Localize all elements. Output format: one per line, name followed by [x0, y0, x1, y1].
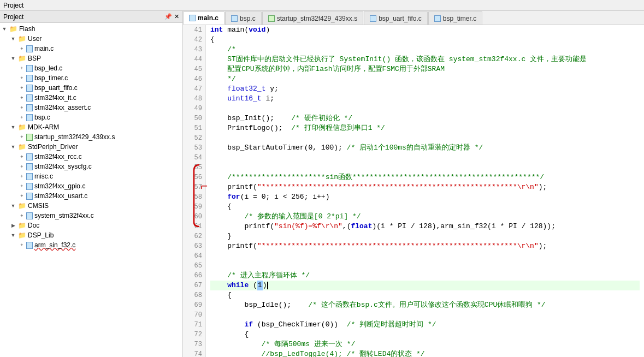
code-line-59: { — [210, 202, 640, 212]
expander-bsp-uart-fifo-c: + — [17, 85, 26, 91]
main-layout: Project 📌 ✕ ▼ 📁 Flash ▼ 📁 User — [0, 11, 644, 357]
ln-61: 61 — [183, 222, 205, 231]
tab-label-bsp-c: bsp.c — [240, 15, 256, 22]
pin-icon[interactable]: 📌 — [164, 13, 172, 20]
tree-item-gpio-c[interactable]: + stm32f4xx_gpio.c — [0, 181, 182, 191]
tree-item-stm32f4xx-it-c[interactable]: + stm32f4xx_it.c — [0, 93, 182, 103]
expander-stdperiph: ▼ — [9, 144, 17, 150]
expander-cmsis: ▼ — [9, 203, 17, 209]
tree-item-main-c[interactable]: + main.c — [0, 44, 182, 53]
tree-item-flash[interactable]: ▼ 📁 Flash — [0, 24, 182, 34]
tab-bsp-timer-c[interactable]: bsp_timer.c — [428, 11, 482, 25]
tree-label-gpio-c: stm32f4xx_gpio.c — [34, 182, 85, 190]
tab-label-startup-s: startup_stm32f429_439xx.s — [277, 15, 357, 22]
ln-45: 45 — [183, 64, 205, 74]
code-line-58: for(i = 0; i < 256; i++) — [210, 192, 640, 202]
while-1-selected: 1 — [257, 281, 263, 290]
tab-main-c[interactable]: main.c — [183, 11, 224, 25]
folder-icon-stdperiph: 📁 — [17, 143, 26, 151]
expander-bsp-led-c: + — [17, 66, 26, 71]
expander-syscfg-c: + — [17, 164, 26, 169]
file-icon-main-c — [26, 45, 33, 52]
code-line-67: while (1) — [210, 281, 640, 290]
tabs-bar: main.c bsp.c startup_stm32f429_439xx.s b… — [183, 11, 644, 25]
tree-label-startup-s: startup_stm32f429_439xx.s — [34, 133, 115, 141]
file-icon-gpio-c — [26, 183, 33, 190]
ln-67: 67 — [183, 281, 205, 290]
tree-item-bsp-uart-fifo-c[interactable]: + bsp_uart_fifo.c — [0, 83, 182, 93]
tree-item-mdk-arm[interactable]: ▼ 📁 MDK-ARM — [0, 122, 182, 132]
code-line-54 — [210, 153, 640, 163]
expander-system-c: + — [17, 213, 26, 218]
code-line-55 — [210, 163, 640, 172]
folder-icon-flash: 📁 — [9, 25, 17, 33]
file-icon-stm32f4xx-it-c — [26, 94, 33, 102]
tab-bsp-uart-fifo-c[interactable]: bsp_uart_fifo.c — [364, 11, 428, 25]
ln-51: 51 — [183, 123, 205, 133]
ln-59: 59 — [183, 202, 205, 212]
tab-icon-bsp-uart-fifo-c — [370, 15, 376, 22]
project-tree: ▼ 📁 Flash ▼ 📁 User + main.c — [0, 23, 182, 357]
tree-item-stm32f4xx-assert-c[interactable]: + stm32f4xx_assert.c — [0, 103, 182, 112]
tree-item-user[interactable]: ▼ 📁 User — [0, 34, 182, 44]
tree-label-arm-sin-f32-c: arm_sin_f32.c — [34, 241, 75, 249]
tree-item-startup-s[interactable]: + startup_stm32f429_439xx.s — [0, 132, 182, 142]
expander-user: ▼ — [9, 36, 17, 41]
tree-item-rcc-c[interactable]: + stm32f4xx_rcc.c — [0, 152, 182, 162]
tab-bsp-c[interactable]: bsp.c — [225, 11, 262, 25]
code-content[interactable]: int main(void) { /* ST固件库中的启动文件已经执行了 Sys… — [206, 25, 644, 357]
project-title: Project — [3, 13, 23, 21]
tab-icon-startup-s — [268, 15, 275, 22]
ln-53: 53 — [183, 143, 205, 153]
ln-64: 64 — [183, 251, 205, 261]
ln-46: 46 — [183, 74, 205, 84]
close-icon[interactable]: ✕ — [174, 13, 179, 20]
code-line-44: ST固件库中的启动文件已经执行了 SystemInit() 函数，该函数在 sy… — [210, 55, 640, 64]
tree-item-bsp[interactable]: ▼ 📁 BSP — [0, 53, 182, 63]
tab-label-main-c: main.c — [198, 14, 218, 22]
tab-label-bsp-timer-c: bsp_timer.c — [443, 15, 476, 22]
ln-71: 71 — [183, 320, 205, 330]
tree-item-bsp-timer-c[interactable]: + bsp_timer.c — [0, 73, 182, 83]
code-line-56: /**********************sin函数************… — [210, 172, 640, 182]
tab-startup-s[interactable]: startup_stm32f429_439xx.s — [262, 11, 363, 25]
ln-72: 72 — [183, 330, 205, 340]
code-area[interactable]: 41 42 43 44 45 46 47 48 49 50 51 52 53 5… — [183, 25, 644, 357]
tree-item-bsp-led-c[interactable]: + bsp_led.c — [0, 63, 182, 73]
code-line-68: { — [210, 290, 640, 300]
tree-item-usart-c[interactable]: + stm32f4xx_usart.c — [0, 191, 182, 201]
ln-42: 42 — [183, 35, 205, 45]
tree-item-bsp-c[interactable]: + bsp.c — [0, 112, 182, 122]
ln-41: 41 — [183, 25, 205, 35]
file-icon-bsp-led-c — [26, 65, 33, 72]
tree-label-flash: Flash — [19, 25, 35, 33]
file-icon-usart-c — [26, 193, 33, 200]
ln-49: 49 — [183, 104, 205, 114]
code-line-71: if (bsp_CheckTimer(0)) /* 判断定时器超时时间 */ — [210, 320, 640, 330]
code-line-65 — [210, 261, 640, 271]
code-line-46: */ — [210, 74, 640, 84]
code-line-74: //bsp_LedToggle(4); /* 翻转LED4的状态 */ — [210, 349, 640, 357]
code-line-48: uint16_t i; — [210, 94, 640, 104]
tree-label-main-c: main.c — [34, 45, 54, 52]
code-line-66: /* 进入主程序循环体 */ — [210, 271, 640, 281]
tree-item-misc-c[interactable]: + misc.c — [0, 171, 182, 181]
tree-item-cmsis[interactable]: ▼ 📁 CMSIS — [0, 201, 182, 211]
tree-label-misc-c: misc.c — [34, 172, 53, 180]
tree-item-system-c[interactable]: + system_stm32f4xx.c — [0, 211, 182, 221]
tree-item-arm-sin-f32-c[interactable]: + arm_sin_f32.c — [0, 240, 182, 250]
tree-item-syscfg-c[interactable]: + stm32f4xx_syscfg.c — [0, 162, 182, 171]
tree-item-stdperiph-driver[interactable]: ▼ 📁 StdPeriph_Driver — [0, 142, 182, 152]
tree-label-bsp-c: bsp.c — [34, 114, 50, 121]
code-line-70 — [210, 310, 640, 320]
code-line-47: float32_t y; — [210, 84, 640, 94]
tree-label-bsp-timer-c: bsp_timer.c — [34, 74, 68, 82]
expander-bsp: ▼ — [9, 56, 17, 61]
code-line-62: } — [210, 231, 640, 241]
ln-73: 73 — [183, 340, 205, 349]
editor-panel: main.c bsp.c startup_stm32f429_439xx.s b… — [183, 11, 644, 357]
tree-item-dsp-lib[interactable]: ▼ 📁 DSP_Lib — [0, 230, 182, 240]
ln-69: 69 — [183, 300, 205, 310]
tree-item-doc[interactable]: ▶ 📁 Doc — [0, 221, 182, 230]
tree-label-stdperiph: StdPeriph_Driver — [28, 143, 78, 151]
